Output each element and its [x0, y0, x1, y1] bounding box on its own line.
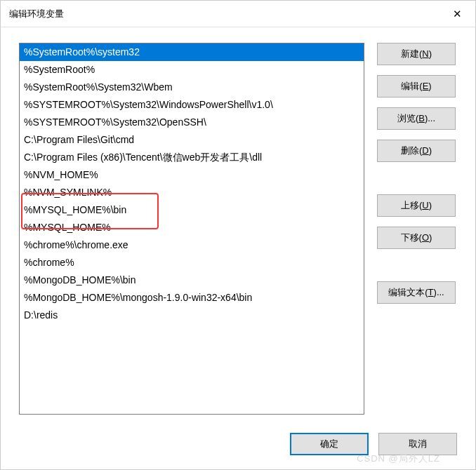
dialog-footer: 确定 取消: [290, 433, 457, 455]
ok-button[interactable]: 确定: [290, 433, 369, 455]
delete-button[interactable]: 删除(D): [377, 140, 456, 162]
list-item[interactable]: %NVM_SYMLINK%: [20, 184, 364, 201]
browse-button[interactable]: 浏览(B)...: [377, 107, 456, 130]
list-item[interactable]: %MYSQL_HOME%\bin: [20, 201, 364, 219]
close-icon[interactable]: ✕: [447, 4, 467, 24]
list-item[interactable]: %SystemRoot%: [20, 61, 364, 79]
new-button[interactable]: 新建(N): [377, 43, 456, 65]
cancel-button[interactable]: 取消: [378, 433, 457, 455]
list-item[interactable]: C:\Program Files (x86)\Tencent\微信web开发者工…: [20, 149, 364, 166]
path-listbox[interactable]: %SystemRoot%\system32%SystemRoot%%System…: [19, 43, 364, 415]
list-item[interactable]: %MongoDB_HOME%\mongosh-1.9.0-win32-x64\b…: [20, 289, 364, 307]
list-item[interactable]: %NVM_HOME%: [20, 166, 364, 184]
list-item[interactable]: C:\Program Files\Git\cmd: [20, 131, 364, 149]
list-item[interactable]: %MYSQL_HOME%: [20, 219, 364, 236]
list-item[interactable]: %SYSTEMROOT%\System32\WindowsPowerShell\…: [20, 96, 364, 114]
titlebar: 编辑环境变量 ✕: [1, 1, 475, 27]
list-item[interactable]: %chrome%: [20, 254, 364, 271]
list-item[interactable]: %SystemRoot%\system32: [20, 43, 364, 61]
move-down-button[interactable]: 下移(O): [377, 227, 456, 249]
list-item[interactable]: %MongoDB_HOME%\bin: [20, 271, 364, 289]
list-item[interactable]: %chrome%\chrome.exe: [20, 236, 364, 254]
window-title: 编辑环境变量: [9, 8, 64, 20]
move-up-button[interactable]: 上移(U): [377, 194, 456, 217]
edit-button[interactable]: 编辑(E): [377, 75, 456, 98]
content-area: %SystemRoot%\system32%SystemRoot%%System…: [19, 43, 457, 420]
list-item[interactable]: %SystemRoot%\System32\Wbem: [20, 79, 364, 96]
button-column: 新建(N) 编辑(E) 浏览(B)... 删除(D) 上移(U) 下移(O) 编…: [377, 43, 456, 420]
list-item[interactable]: D:\redis: [20, 307, 364, 324]
edit-text-button[interactable]: 编辑文本(T)...: [377, 281, 456, 304]
list-item[interactable]: %SYSTEMROOT%\System32\OpenSSH\: [20, 114, 364, 131]
